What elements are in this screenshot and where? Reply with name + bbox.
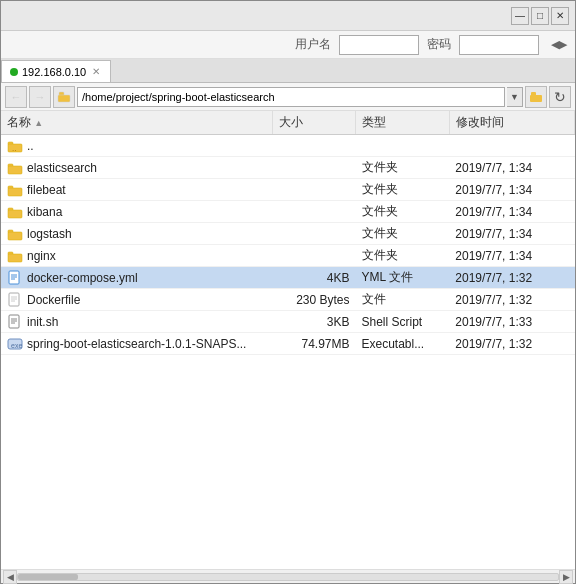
file-size — [272, 201, 355, 223]
file-modified: 2019/7/7, 1:34 — [449, 245, 574, 267]
file-modified — [449, 135, 574, 157]
scroll-right-button[interactable]: ▶ — [559, 570, 573, 584]
password-label: 密码 — [427, 36, 451, 53]
title-bar-controls: — □ ✕ — [511, 7, 569, 25]
table-row[interactable]: logstash 文件夹 2019/7/7, 1:34 — [1, 223, 575, 245]
file-name: docker-compose.yml — [27, 271, 138, 285]
forward-button[interactable]: → — [29, 86, 51, 108]
file-icon — [7, 270, 23, 286]
address-dropdown[interactable]: ▼ — [507, 87, 523, 107]
file-name: .. — [27, 139, 34, 153]
password-input[interactable] — [459, 35, 539, 55]
file-icon — [7, 248, 23, 264]
file-modified: 2019/7/7, 1:34 — [449, 179, 574, 201]
table-row[interactable]: init.sh 3KB Shell Script 2019/7/7, 1:33 — [1, 311, 575, 333]
connection-indicator — [10, 68, 18, 76]
scroll-thumb[interactable] — [18, 574, 78, 580]
username-label: 用户名 — [295, 36, 331, 53]
file-size: 74.97MB — [272, 333, 355, 355]
tab-bar: 192.168.0.10 ✕ — [1, 59, 575, 83]
file-icon — [7, 160, 23, 176]
svg-rect-1 — [58, 95, 70, 102]
refresh-button[interactable]: ↻ — [549, 86, 571, 108]
col-header-type[interactable]: 类型 — [356, 111, 450, 135]
file-icon — [7, 226, 23, 242]
file-size: 3KB — [272, 311, 355, 333]
file-icon — [7, 182, 23, 198]
table-row[interactable]: .. .. — [1, 135, 575, 157]
horizontal-scrollbar[interactable]: ◀ ▶ — [1, 569, 575, 583]
file-type: YML 文件 — [356, 267, 450, 289]
file-type: 文件 — [356, 289, 450, 311]
file-icon — [7, 204, 23, 220]
up-button[interactable] — [53, 86, 75, 108]
file-type: 文件夹 — [356, 245, 450, 267]
col-header-modified[interactable]: 修改时间 — [449, 111, 574, 135]
svg-text:exe: exe — [11, 342, 22, 349]
nav-bar: ← → ▼ ↻ — [1, 83, 575, 111]
svg-rect-12 — [8, 210, 22, 218]
address-input[interactable] — [77, 87, 505, 107]
file-name: elasticsearch — [27, 161, 97, 175]
file-name: kibana — [27, 205, 62, 219]
table-row[interactable]: nginx 文件夹 2019/7/7, 1:34 — [1, 245, 575, 267]
svg-rect-3 — [530, 95, 542, 102]
file-modified: 2019/7/7, 1:34 — [449, 201, 574, 223]
file-name: spring-boot-elasticsearch-1.0.1-SNAPS... — [27, 337, 246, 351]
svg-rect-8 — [8, 166, 22, 174]
table-row[interactable]: exe spring-boot-elasticsearch-1.0.1-SNAP… — [1, 333, 575, 355]
file-type: 文件夹 — [356, 223, 450, 245]
tab-192-168-0-10[interactable]: 192.168.0.10 ✕ — [1, 60, 111, 82]
username-input[interactable] — [339, 35, 419, 55]
file-type: 文件夹 — [356, 201, 450, 223]
table-row[interactable]: kibana 文件夹 2019/7/7, 1:34 — [1, 201, 575, 223]
file-type: Executabl... — [356, 333, 450, 355]
tab-label: 192.168.0.10 — [22, 66, 86, 78]
file-type: Shell Script — [356, 311, 450, 333]
file-name: Dockerfile — [27, 293, 80, 307]
main-window: — □ ✕ 用户名 密码 ◀ ▶ 192.168.0.10 ✕ ← → ▼ — [0, 0, 576, 584]
title-bar: — □ ✕ — [1, 1, 575, 31]
svg-rect-10 — [8, 188, 22, 196]
close-button[interactable]: ✕ — [551, 7, 569, 25]
credentials-row: 用户名 密码 ◀ ▶ — [1, 31, 575, 59]
file-icon: exe — [7, 336, 23, 352]
sort-arrow-name: ▲ — [34, 118, 43, 128]
file-modified: 2019/7/7, 1:34 — [449, 223, 574, 245]
file-modified: 2019/7/7, 1:33 — [449, 311, 574, 333]
file-size: 230 Bytes — [272, 289, 355, 311]
maximize-button[interactable]: □ — [531, 7, 549, 25]
file-modified: 2019/7/7, 1:32 — [449, 289, 574, 311]
back-button[interactable]: ← — [5, 86, 27, 108]
file-icon — [7, 314, 23, 330]
table-row[interactable]: elasticsearch 文件夹 2019/7/7, 1:34 — [1, 157, 575, 179]
file-size — [272, 157, 355, 179]
table-row[interactable]: Dockerfile 230 Bytes 文件 2019/7/7, 1:32 — [1, 289, 575, 311]
svg-rect-14 — [8, 232, 22, 240]
file-modified: 2019/7/7, 1:32 — [449, 267, 574, 289]
file-modified: 2019/7/7, 1:32 — [449, 333, 574, 355]
file-icon: .. — [7, 138, 23, 154]
col-header-size[interactable]: 大小 — [272, 111, 355, 135]
scroll-left-button[interactable]: ◀ — [3, 570, 17, 584]
file-modified: 2019/7/7, 1:34 — [449, 157, 574, 179]
svg-text:..: .. — [12, 144, 16, 153]
svg-rect-16 — [8, 254, 22, 262]
table-row[interactable]: docker-compose.yml 4KB YML 文件 2019/7/7, … — [1, 267, 575, 289]
tab-close-button[interactable]: ✕ — [90, 66, 102, 77]
file-size — [272, 223, 355, 245]
file-size — [272, 179, 355, 201]
file-type — [356, 135, 450, 157]
file-size — [272, 135, 355, 157]
file-table-container[interactable]: 名称 ▲ 大小 类型 修改时间 .. .. — [1, 111, 575, 569]
file-name: nginx — [27, 249, 56, 263]
file-type: 文件夹 — [356, 179, 450, 201]
minimize-button[interactable]: — — [511, 7, 529, 25]
file-name: logstash — [27, 227, 72, 241]
col-header-name[interactable]: 名称 ▲ — [1, 111, 272, 135]
table-row[interactable]: filebeat 文件夹 2019/7/7, 1:34 — [1, 179, 575, 201]
file-size — [272, 245, 355, 267]
file-icon — [7, 292, 23, 308]
scroll-track[interactable] — [17, 573, 559, 581]
bookmark-button[interactable] — [525, 86, 547, 108]
